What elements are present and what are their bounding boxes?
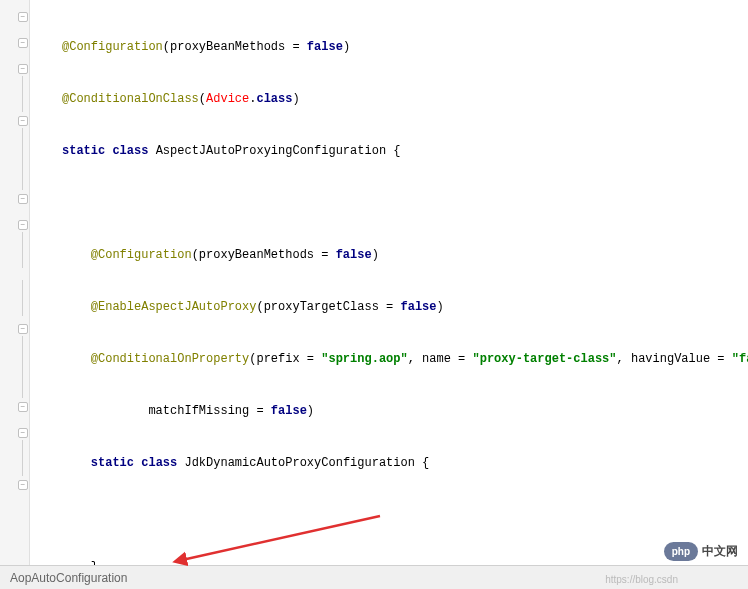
fold-icon[interactable]: − bbox=[18, 220, 28, 230]
code-line: @Configuration(proxyBeanMethods = false) bbox=[62, 34, 748, 60]
code-line: @ConditionalOnClass(Advice.class) bbox=[62, 86, 748, 112]
watermark-badge: php 中文网 bbox=[664, 542, 738, 561]
code-line: static class AspectJAutoProxyingConfigur… bbox=[62, 138, 748, 164]
fold-icon[interactable]: − bbox=[18, 428, 28, 438]
fold-icon[interactable]: − bbox=[18, 38, 28, 48]
code-line: @ConditionalOnProperty(prefix = "spring.… bbox=[62, 346, 748, 372]
code-line: matchIfMissing = false) bbox=[62, 398, 748, 424]
fold-icon[interactable]: − bbox=[18, 194, 28, 204]
code-line: static class JdkDynamicAutoProxyConfigur… bbox=[62, 450, 748, 476]
editor-gutter: − − − − − − − − − − bbox=[0, 0, 30, 565]
code-editor[interactable]: @Configuration(proxyBeanMethods = false)… bbox=[30, 0, 748, 565]
fold-icon[interactable]: − bbox=[18, 402, 28, 412]
breadcrumb-current[interactable]: AopAutoConfiguration bbox=[10, 571, 127, 585]
code-line bbox=[62, 502, 748, 528]
fold-icon[interactable]: − bbox=[18, 116, 28, 126]
code-line: @EnableAspectJAutoProxy(proxyTargetClass… bbox=[62, 294, 748, 320]
fold-icon[interactable]: − bbox=[18, 12, 28, 22]
breadcrumb-bar: AopAutoConfiguration https://blog.csdn bbox=[0, 565, 748, 589]
code-line: @Configuration(proxyBeanMethods = false) bbox=[62, 242, 748, 268]
code-line bbox=[62, 190, 748, 216]
url-watermark: https://blog.csdn bbox=[605, 574, 678, 585]
fold-icon[interactable]: − bbox=[18, 64, 28, 74]
fold-icon[interactable]: − bbox=[18, 324, 28, 334]
fold-icon[interactable]: − bbox=[18, 480, 28, 490]
php-logo-icon: php bbox=[664, 542, 698, 561]
